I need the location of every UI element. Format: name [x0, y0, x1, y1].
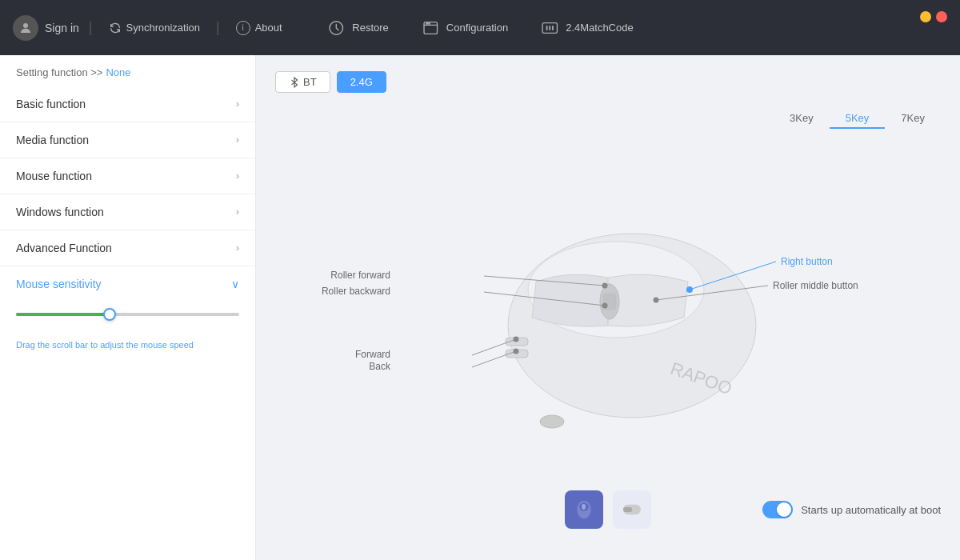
none-link[interactable]: None	[106, 66, 130, 78]
tab-7key[interactable]: 7Key	[885, 109, 941, 129]
sync-label: Synchronization	[126, 22, 201, 34]
tab-bt-label: BT	[303, 76, 317, 88]
svg-text:Roller backward: Roller backward	[322, 286, 390, 297]
content-area: BT 2.4G 3Key 5Key 7Key	[256, 55, 960, 560]
key-tabs: 3Key 5Key 7Key	[275, 109, 941, 129]
restore-button[interactable]: Restore	[326, 18, 389, 38]
chevron-right-icon: ›	[236, 170, 239, 182]
sidebar-item-media-label: Media function	[16, 134, 89, 146]
toggle-knob	[777, 502, 791, 517]
slider-thumb[interactable]	[103, 308, 116, 321]
sidebar-item-mouse[interactable]: Mouse function ›	[0, 158, 255, 194]
sidebar-item-advanced-label: Advanced Function	[16, 242, 112, 254]
matchcode-label: 2.4MatchCode	[566, 22, 634, 34]
setting-function-label: Setting function >>	[16, 66, 102, 78]
svg-point-4	[428, 22, 429, 23]
divider-2: |	[216, 19, 220, 36]
sign-in-button[interactable]: Sign in	[13, 15, 79, 41]
svg-point-15	[686, 286, 693, 293]
window-controls	[920, 11, 947, 22]
svg-rect-34	[582, 504, 585, 510]
avatar-icon	[13, 15, 38, 41]
svg-point-25	[514, 349, 519, 354]
setting-function-header: Setting function >> None	[0, 55, 255, 86]
svg-text:Back: Back	[369, 361, 391, 372]
tab-3key[interactable]: 3Key	[774, 109, 830, 129]
titlebar: Sign in | Synchronization | i About Rest…	[0, 0, 960, 55]
sidebar-item-basic[interactable]: Basic function ›	[0, 86, 255, 122]
tab-24g[interactable]: 2.4G	[337, 71, 386, 93]
tab-7key-label: 7Key	[901, 112, 925, 124]
svg-text:Roller middle button: Roller middle button	[773, 280, 858, 291]
svg-point-3	[426, 22, 427, 23]
about-button[interactable]: i About	[230, 18, 289, 38]
sidebar: Setting function >> None Basic function …	[0, 55, 256, 560]
titlebar-center: Restore Configuration 2.4MatchCode	[326, 18, 633, 38]
slider-fill	[16, 313, 110, 316]
matchcode-icon	[540, 18, 559, 38]
sidebar-item-windows-label: Windows function	[16, 206, 104, 218]
restore-label: Restore	[352, 22, 389, 34]
svg-point-0	[23, 23, 28, 28]
bottom-area: Starts up automatically at boot	[275, 478, 941, 529]
sidebar-item-advanced[interactable]: Advanced Function ›	[0, 230, 255, 266]
svg-point-17	[654, 298, 659, 303]
mouse-side-icon	[621, 498, 643, 521]
slider-hint: Drag the scroll bar to adjust the mouse …	[16, 338, 239, 352]
tab-5key[interactable]: 5Key	[830, 109, 886, 129]
chevron-right-icon: ›	[236, 206, 239, 218]
mouse-illustration: RAPOO	[320, 158, 896, 462]
svg-point-19	[602, 283, 608, 289]
sidebar-item-mouse-label: Mouse function	[16, 170, 92, 182]
sign-in-label: Sign in	[45, 22, 79, 34]
svg-rect-36	[623, 507, 632, 512]
config-icon	[421, 18, 440, 38]
mouse-top-icon	[573, 498, 595, 521]
chevron-right-icon: ›	[236, 98, 239, 110]
about-label: About	[255, 22, 282, 34]
tab-bluetooth[interactable]: BT	[275, 71, 330, 93]
slider-track	[16, 313, 239, 316]
svg-text:Forward: Forward	[355, 349, 390, 360]
restore-icon	[326, 18, 346, 38]
config-button[interactable]: Configuration	[421, 18, 508, 38]
auto-start-row: Starts up automatically at boot	[762, 501, 941, 518]
mouse-sensitivity-toggle[interactable]: Mouse sensitivity ∨	[16, 266, 239, 303]
close-button[interactable]	[936, 11, 947, 22]
svg-point-23	[514, 337, 519, 342]
tab-24g-label: 2.4G	[350, 76, 373, 88]
svg-line-24	[472, 351, 516, 367]
mouse-diagram: RAPOO	[275, 142, 941, 478]
sidebar-item-windows[interactable]: Windows function ›	[0, 194, 255, 230]
mouse-sensitivity-label-text: Mouse sensitivity	[16, 278, 102, 290]
config-label: Configuration	[446, 22, 508, 34]
svg-text:Right button: Right button	[781, 256, 833, 267]
svg-point-13	[540, 415, 564, 428]
top-view-button[interactable]	[565, 490, 603, 529]
tab-3key-label: 3Key	[790, 112, 814, 124]
chevron-down-icon: ∨	[231, 278, 239, 290]
sync-button[interactable]: Synchronization	[102, 18, 207, 38]
sensitivity-slider-container	[16, 313, 239, 338]
auto-start-toggle[interactable]	[762, 501, 793, 518]
mouse-sensitivity-section: Mouse sensitivity ∨ Drag the scroll bar …	[0, 266, 255, 368]
svg-text:Roller forward: Roller forward	[330, 270, 390, 281]
chevron-right-icon: ›	[236, 134, 239, 146]
main-layout: Setting function >> None Basic function …	[0, 55, 960, 560]
minimize-button[interactable]	[920, 11, 931, 22]
sidebar-item-media[interactable]: Media function ›	[0, 122, 255, 158]
tab-5key-label: 5Key	[846, 112, 870, 124]
connection-tabs: BT 2.4G	[275, 71, 941, 93]
matchcode-button[interactable]: 2.4MatchCode	[540, 18, 634, 38]
divider-1: |	[89, 19, 93, 36]
info-icon: i	[236, 21, 250, 35]
svg-point-21	[602, 303, 608, 309]
side-view-button[interactable]	[613, 490, 651, 529]
auto-start-label: Starts up automatically at boot	[801, 504, 941, 516]
titlebar-left: Sign in | Synchronization | i About	[13, 15, 289, 41]
view-buttons	[565, 490, 651, 529]
chevron-right-icon: ›	[236, 242, 239, 254]
sidebar-item-basic-label: Basic function	[16, 98, 86, 110]
